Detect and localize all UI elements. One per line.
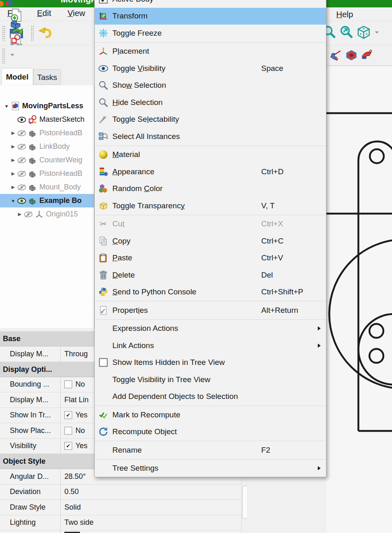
eye-off-icon[interactable] (16, 130, 27, 137)
menu-item-label: Placement (112, 47, 149, 56)
eye-off-icon[interactable] (16, 170, 27, 178)
menubar-item-edit[interactable]: Edit (32, 9, 56, 18)
menu-item-properties[interactable]: PropertiesAlt+Return (95, 302, 326, 319)
eye-off-icon[interactable] (16, 143, 27, 150)
eye-off-icon[interactable] (16, 184, 27, 191)
menu-item-random-color[interactable]: Random Color (95, 180, 326, 198)
submenu-arrow-icon (318, 344, 321, 348)
menu-item-label: Delete (112, 271, 135, 280)
tree-item-label: Mount_Body (39, 183, 81, 191)
menu-item-hide-selection[interactable]: Hide Selection (95, 94, 326, 111)
eye-icon[interactable] (16, 116, 27, 123)
expander-open-icon[interactable]: ▼ (10, 198, 16, 203)
menu-item-material[interactable]: Material (95, 146, 326, 164)
create-sketch-button[interactable] (8, 32, 23, 48)
menu-item-mark-to-recompute[interactable]: Mark to Recompute (95, 406, 326, 424)
expander-closed-icon[interactable]: ▶ (10, 130, 16, 136)
property-value[interactable]: Solid (61, 500, 247, 515)
freecad-logo-icon (6, 0, 12, 7)
checkbox-empty-icon[interactable] (64, 380, 72, 388)
tree-item-movingpartsless[interactable]: ▼MovingPartsLess (0, 99, 94, 113)
menu-item-show-items-hidden-in-tree-view[interactable]: Show Items Hidden in Tree View (95, 354, 326, 371)
menu-item-cut[interactable]: ✂CutCtrl+X (95, 216, 326, 233)
menu-item-rename[interactable]: RenameF2 (95, 442, 326, 459)
menubar-item-help[interactable]: Help (334, 10, 356, 19)
zoom-selection-button[interactable] (338, 25, 355, 42)
menu-item-select-all-instances[interactable]: Select All Instances (95, 128, 326, 145)
checkbox-empty-icon[interactable] (64, 427, 72, 435)
pocket-button[interactable] (344, 48, 359, 64)
menu-item-appearance[interactable]: AppearanceCtrl+D (95, 163, 326, 180)
menu-item-toggle-freeze[interactable]: Toggle Freeze (95, 25, 326, 42)
menu-item-delete[interactable]: DeleteDel (95, 266, 326, 284)
tab-tasks[interactable]: Tasks (33, 69, 61, 85)
scrollbar-thumb[interactable] (242, 486, 247, 519)
property-value-text: Flat Lin (64, 396, 89, 404)
menu-item-expression-actions[interactable]: Expression Actions (95, 320, 326, 337)
tree-item-counterweig[interactable]: ▶CounterWeig (0, 153, 94, 167)
tree-item-mount-body[interactable]: ▶Mount_Body (0, 180, 94, 194)
menu-item-link-actions[interactable]: Link Actions (95, 337, 326, 354)
property-value[interactable]: 0.50 (61, 485, 247, 500)
menu-item-placement[interactable]: Placement (95, 43, 326, 60)
toolbar-handle[interactable] (2, 48, 5, 64)
menu-item-active-body[interactable]: Active Body (95, 0, 326, 8)
tree-item-linkbody[interactable]: ▶LinkBody (0, 140, 94, 153)
expander-closed-icon[interactable]: ▶ (10, 184, 16, 190)
expander-closed-icon[interactable]: ▶ (16, 212, 23, 217)
chevron-down-button[interactable] (8, 48, 17, 64)
menu-item-send-to-python-console[interactable]: Send to Python ConsoleCtrl+Shift+P (95, 284, 326, 301)
toolbar-group-view (321, 21, 381, 46)
tree-item-label: Origin015 (46, 210, 78, 219)
revolution-button[interactable] (328, 48, 344, 64)
menu-item-paste[interactable]: PasteCtrl+V (95, 250, 326, 267)
magnifier-icon (98, 97, 109, 108)
nav-cube-button[interactable] (355, 25, 372, 42)
menu-item-shortcut: Space (261, 64, 283, 73)
menubar-item-view[interactable]: View (63, 9, 90, 18)
3d-viewport[interactable] (326, 66, 392, 533)
eye-off-icon[interactable] (23, 211, 34, 218)
checkbox-checked-icon (98, 0, 109, 5)
groove-button[interactable] (359, 48, 375, 64)
property-value[interactable]: Two side (61, 515, 247, 531)
chevron-down-button[interactable] (372, 25, 381, 42)
eye-off-icon[interactable] (16, 157, 27, 164)
create-body-button[interactable] (8, 17, 23, 32)
menu-item-label: Tree Settings (112, 464, 158, 473)
menu-item-show-selection[interactable]: Show Selection (95, 77, 326, 94)
menu-item-label: Active Body (112, 0, 153, 4)
menu-item-label: Paste (112, 253, 132, 262)
checkbox-checked-icon[interactable]: ✔ (64, 442, 72, 450)
checkbox-checked-icon[interactable]: ✔ (64, 411, 72, 419)
tree-item-pistonheadb[interactable]: ▶PistonHeadB (0, 167, 94, 180)
undo-button[interactable] (36, 25, 54, 42)
eye-green-icon[interactable] (16, 197, 27, 205)
menu-item-toggle-visibility-in-tree-view[interactable]: Toggle Visibility in Tree View (95, 371, 326, 388)
menu-item-recompute-object[interactable]: Recompute Object (95, 424, 326, 441)
menu-item-shortcut: Ctrl+X (261, 219, 283, 228)
property-value[interactable] (61, 531, 247, 533)
expander-closed-icon[interactable]: ▶ (10, 171, 16, 176)
tree-item-origin015[interactable]: ▶Origin015 (0, 207, 94, 221)
menu-item-toggle-selectability[interactable]: Toggle Selectability (95, 111, 326, 128)
tree-item-mastersketch[interactable]: MasterSketch (0, 113, 94, 126)
tree-item-pistonheadb[interactable]: ▶PistonHeadB (0, 126, 94, 140)
expander-open-icon[interactable]: ▼ (3, 104, 10, 109)
toolbar-handle[interactable] (2, 25, 5, 41)
menu-item-toggle-visibility[interactable]: Toggle VisibilitySpace (95, 60, 326, 77)
expander-closed-icon[interactable]: ▶ (10, 144, 16, 149)
expander-closed-icon[interactable]: ▶ (10, 157, 16, 163)
property-value-text: 28.50° (64, 472, 86, 481)
menu-item-shortcut: V, T (261, 201, 275, 210)
menu-item-copy[interactable]: CopyCtrl+C (95, 232, 326, 250)
tree-item-label: LinkBody (39, 142, 70, 151)
menu-item-toggle-transparency[interactable]: Toggle TransparencyV, T (95, 197, 326, 214)
property-label (0, 531, 61, 533)
toolbar-handle[interactable] (31, 25, 34, 41)
menu-item-transform[interactable]: Transform (95, 8, 326, 25)
menu-item-tree-settings[interactable]: Tree Settings (95, 460, 326, 477)
tab-model[interactable]: Model (1, 68, 33, 85)
menu-item-add-dependent-objects-to-selection[interactable]: Add Dependent Objects to Selection (95, 388, 326, 405)
tree-item-example-bo[interactable]: ▼Example Bo (0, 194, 94, 207)
